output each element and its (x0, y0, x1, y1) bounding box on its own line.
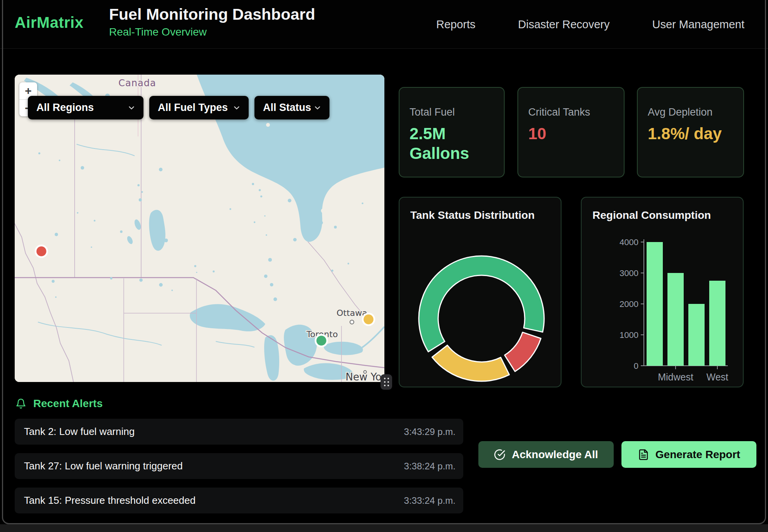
stat-card-critical-tanks: Critical Tanks 10 (517, 87, 625, 177)
y-axis-tick-label: 2000 (620, 299, 638, 309)
tank-status-chart-card: Tank Status Distribution (399, 197, 561, 387)
map-small-lake (194, 265, 196, 267)
recent-alerts-header: Recent Alerts (15, 397, 102, 410)
alert-row[interactable]: Tank 27: Low fuel warning triggered 3:38… (15, 453, 463, 479)
map-small-lake (362, 203, 363, 204)
file-text-icon (638, 449, 649, 460)
fuel-type-filter-select[interactable]: All Fuel Types (149, 96, 249, 119)
map-small-lake (110, 277, 113, 280)
map-small-lake (164, 239, 168, 242)
alert-message: Tank 15: Pressure threshold exceeded (24, 494, 196, 506)
map-small-lake (293, 238, 297, 241)
map-small-lake (171, 290, 173, 291)
map-island (327, 200, 330, 203)
alert-message: Tank 2: Low fuel warning (24, 426, 135, 438)
stat-label: Avg Depletion (648, 106, 733, 118)
stat-card-total-fuel: Total Fuel 2.5M Gallons (399, 87, 505, 177)
y-axis-tick-label: 1000 (620, 330, 638, 340)
map-small-lake (137, 184, 140, 186)
map-small-lake (52, 280, 55, 283)
map-small-lake (159, 168, 162, 171)
y-axis-tick-label: 4000 (620, 237, 638, 247)
generate-report-label: Generate Report (655, 448, 740, 461)
alert-timestamp: 3:43:29 p.m. (404, 426, 456, 437)
nav-item-user-management[interactable]: User Management (652, 18, 744, 31)
map-small-lake (139, 278, 143, 282)
nav-item-disaster-recovery[interactable]: Disaster Recovery (518, 18, 610, 31)
donut-segment-yellow (432, 345, 509, 381)
map-small-lake (331, 269, 334, 272)
map-filters: All Regions All Fuel Types All Status (28, 96, 329, 119)
nav-item-reports[interactable]: Reports (436, 18, 476, 31)
window-footer-strip (0, 524, 768, 532)
x-axis-tick-label: West (707, 372, 729, 382)
map-small-lake (94, 220, 96, 222)
generate-report-button[interactable]: Generate Report (621, 441, 756, 468)
map-small-lake (273, 297, 277, 301)
map-small-lake (196, 272, 197, 273)
map-small-lake (229, 208, 231, 210)
regional-consumption-bar-chart: 01000200030004000MidwestWest (582, 198, 744, 388)
map-small-lake (139, 198, 142, 201)
chevron-down-icon (127, 104, 136, 112)
region-filter-select[interactable]: All Regions (28, 96, 143, 119)
map-small-lake (305, 198, 309, 201)
map-small-lake (348, 263, 349, 264)
map-small-lake (288, 199, 291, 202)
bar-3 (709, 281, 725, 366)
map-small-lake (308, 211, 309, 213)
map-small-lake (270, 283, 273, 286)
map-resize-handle[interactable] (381, 374, 392, 390)
stat-label: Total Fuel (410, 106, 494, 118)
x-axis-tick-label: Midwest (658, 372, 693, 382)
map-island (266, 123, 270, 127)
map-town-dot (350, 320, 354, 324)
stat-label: Critical Tanks (528, 106, 614, 118)
map-small-lake (55, 297, 57, 298)
alert-timestamp: 3:33:24 p.m. (404, 495, 456, 506)
brand-logo: AirMatrix (15, 14, 84, 31)
donut-segment-red (505, 332, 541, 371)
map-small-lake (266, 234, 267, 236)
page-title: Fuel Monitoring Dashboard (109, 5, 315, 24)
acknowledge-all-button[interactable]: Acknowledge All (478, 441, 614, 468)
map-small-lake (287, 162, 290, 165)
alert-row[interactable]: Tank 15: Pressure threshold exceeded 3:3… (15, 488, 463, 513)
stat-value-critical-tanks: 10 (528, 124, 614, 143)
map-small-lake (260, 195, 262, 197)
page-subtitle: Real-Time Overview (109, 26, 315, 38)
stat-card-avg-depletion: Avg Depletion 1.8%/ day (637, 87, 744, 177)
main-nav: Reports Disaster Recovery User Managemen… (436, 0, 744, 49)
map-small-lake (315, 199, 316, 200)
map-small-lake (338, 170, 340, 172)
status-filter-value: All Status (263, 102, 311, 114)
map-small-lake (273, 169, 274, 171)
map-small-lake (319, 221, 323, 224)
map[interactable]: Canada Ottawa Toronto New York + − All R… (15, 75, 384, 382)
stat-value-total-fuel: 2.5M Gallons (410, 124, 494, 163)
map-canvas: Canada Ottawa Toronto New York (15, 75, 384, 382)
bar-0 (647, 242, 663, 366)
map-marker-normal[interactable] (316, 335, 327, 346)
alert-row[interactable]: Tank 2: Low fuel warning 3:43:29 p.m. (15, 419, 463, 445)
map-small-lake (264, 275, 268, 278)
map-small-lake (252, 183, 254, 185)
y-axis-tick-label: 0 (634, 361, 638, 371)
fuel-type-filter-value: All Fuel Types (158, 102, 228, 114)
status-filter-select[interactable]: All Status (254, 96, 329, 119)
alert-timestamp: 3:38:24 p.m. (404, 461, 456, 472)
stat-value-avg-depletion: 1.8%/ day (648, 124, 733, 143)
map-small-lake (268, 258, 272, 262)
map-small-lake (141, 191, 143, 193)
map-island (321, 208, 326, 213)
tank-status-donut-chart (399, 198, 562, 388)
y-axis-tick-label: 3000 (620, 268, 638, 278)
map-small-lake (59, 160, 60, 161)
bar-1 (667, 273, 684, 366)
acknowledge-all-label: Acknowledge All (512, 448, 598, 461)
map-marker-critical[interactable] (36, 246, 47, 257)
alert-message: Tank 27: Low fuel warning triggered (24, 460, 183, 472)
map-small-lake (254, 222, 255, 223)
title-block: Fuel Monitoring Dashboard Real-Time Over… (109, 5, 315, 38)
map-marker-warning[interactable] (363, 314, 374, 325)
